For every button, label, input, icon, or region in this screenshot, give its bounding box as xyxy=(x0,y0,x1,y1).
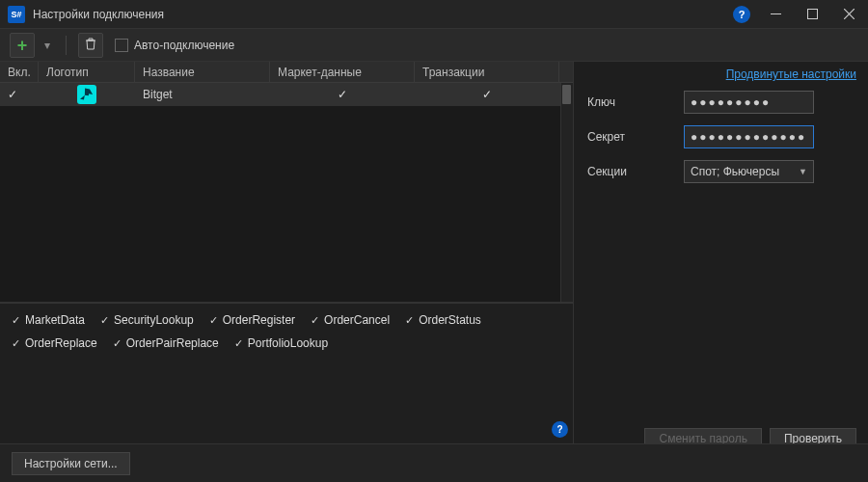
titlebar: S# Настройки подключения ? xyxy=(0,0,868,29)
secret-input[interactable]: ●●●●●●●●●●●●● xyxy=(684,125,814,148)
footer: Настройки сети... xyxy=(0,443,868,482)
capability-item[interactable]: ✓OrderStatus xyxy=(405,313,481,327)
capability-label: OrderReplace xyxy=(25,336,97,350)
capability-label: OrderStatus xyxy=(419,313,481,327)
check-icon: ✓ xyxy=(482,88,492,101)
check-icon: ✓ xyxy=(12,337,20,350)
check-icon: ✓ xyxy=(113,337,122,350)
svg-rect-0 xyxy=(771,13,781,14)
col-transactions[interactable]: Транзакции xyxy=(415,62,559,82)
delete-connection-button[interactable] xyxy=(78,33,103,58)
secret-value: ●●●●●●●●●●●●● xyxy=(691,130,806,144)
capability-label: OrderPairReplace xyxy=(126,336,219,350)
close-button[interactable] xyxy=(837,3,860,26)
capability-label: OrderRegister xyxy=(223,313,295,327)
help-icon[interactable]: ? xyxy=(733,6,750,23)
sections-value: Спот; Фьючерсы xyxy=(691,165,779,178)
capability-label: OrderCancel xyxy=(324,313,390,327)
network-settings-button[interactable]: Настройки сети... xyxy=(12,452,130,475)
scrollbar-thumb[interactable] xyxy=(562,85,571,104)
checkbox-icon xyxy=(115,39,128,52)
add-connection-button[interactable]: + xyxy=(10,33,35,58)
sections-dropdown[interactable]: Спот; Фьючерсы ▼ xyxy=(684,160,814,183)
toolbar-separator xyxy=(66,36,67,55)
app-icon: S# xyxy=(8,6,25,23)
check-icon: ✓ xyxy=(8,88,17,101)
capability-item[interactable]: ✓OrderCancel xyxy=(311,313,390,327)
cell-name: Bitget xyxy=(135,83,270,106)
cell-logo xyxy=(39,83,135,106)
capability-item[interactable]: ✓OrderReplace xyxy=(12,336,97,350)
toolbar: + ▾ Авто-подключение xyxy=(0,29,868,62)
table-body: ✓ Bitget ✓ ✓ xyxy=(0,83,573,302)
maximize-button[interactable] xyxy=(800,3,824,26)
capability-label: MarketData xyxy=(25,313,85,327)
capability-item[interactable]: ✓MarketData xyxy=(12,313,85,327)
auto-connect-checkbox[interactable]: Авто-подключение xyxy=(115,39,234,52)
left-panel: Вкл. Логотип Название Маркет-данные Тран… xyxy=(0,62,574,443)
check-icon: ✓ xyxy=(12,314,20,327)
sections-label: Секции xyxy=(587,165,684,178)
check-icon: ✓ xyxy=(234,337,243,350)
table-header: Вкл. Логотип Название Маркет-данные Тран… xyxy=(0,62,573,83)
chevron-down-icon: ▼ xyxy=(799,167,807,176)
capability-item[interactable]: ✓SecurityLookup xyxy=(100,313,194,327)
key-label: Ключ xyxy=(587,95,684,109)
auto-connect-label: Авто-подключение xyxy=(134,39,234,52)
table-row[interactable]: ✓ Bitget ✓ ✓ xyxy=(0,83,573,106)
cell-transactions[interactable]: ✓ xyxy=(415,83,559,106)
capability-item[interactable]: ✓OrderPairReplace xyxy=(113,336,219,350)
key-input[interactable]: ●●●●●●●●● xyxy=(684,91,814,114)
capability-item[interactable]: ✓PortfolioLookup xyxy=(234,336,328,350)
cell-enabled[interactable]: ✓ xyxy=(0,83,39,106)
check-icon: ✓ xyxy=(100,314,109,327)
capability-item[interactable]: ✓OrderRegister xyxy=(209,313,295,327)
capability-label: SecurityLookup xyxy=(114,313,194,327)
secret-label: Секрет xyxy=(587,130,684,144)
col-logo[interactable]: Логотип xyxy=(39,62,135,82)
plus-icon: + xyxy=(17,37,28,54)
connections-table: Вкл. Логотип Название Маркет-данные Тран… xyxy=(0,62,573,303)
col-name[interactable]: Название xyxy=(135,62,270,82)
add-connection-dropdown[interactable]: ▾ xyxy=(41,39,54,52)
col-market-data[interactable]: Маркет-данные xyxy=(270,62,415,82)
scrollbar[interactable] xyxy=(560,83,573,302)
advanced-settings-link-wrap: Продвинутые настройки xyxy=(587,67,856,81)
right-panel: Продвинутые настройки Ключ ●●●●●●●●● Сек… xyxy=(574,62,868,443)
svg-rect-1 xyxy=(807,10,817,19)
check-icon: ✓ xyxy=(338,88,347,101)
minimize-button[interactable] xyxy=(764,3,787,26)
panel-help: ? xyxy=(552,421,568,438)
capabilities-panel: ✓MarketData ✓SecurityLookup ✓OrderRegist… xyxy=(0,303,573,443)
advanced-settings-link[interactable]: Продвинутые настройки xyxy=(726,67,856,81)
capability-label: PortfolioLookup xyxy=(248,336,328,350)
bitget-logo-icon xyxy=(77,85,96,104)
trash-icon xyxy=(84,37,97,53)
window-title: Настройки подключения xyxy=(33,8,733,21)
key-value: ●●●●●●●●● xyxy=(691,95,771,109)
help-icon[interactable]: ? xyxy=(552,421,568,438)
check-icon: ✓ xyxy=(405,314,414,327)
check-icon: ✓ xyxy=(209,314,218,327)
col-enabled[interactable]: Вкл. xyxy=(0,62,39,82)
check-icon: ✓ xyxy=(311,314,319,327)
cell-market-data[interactable]: ✓ xyxy=(270,83,415,106)
